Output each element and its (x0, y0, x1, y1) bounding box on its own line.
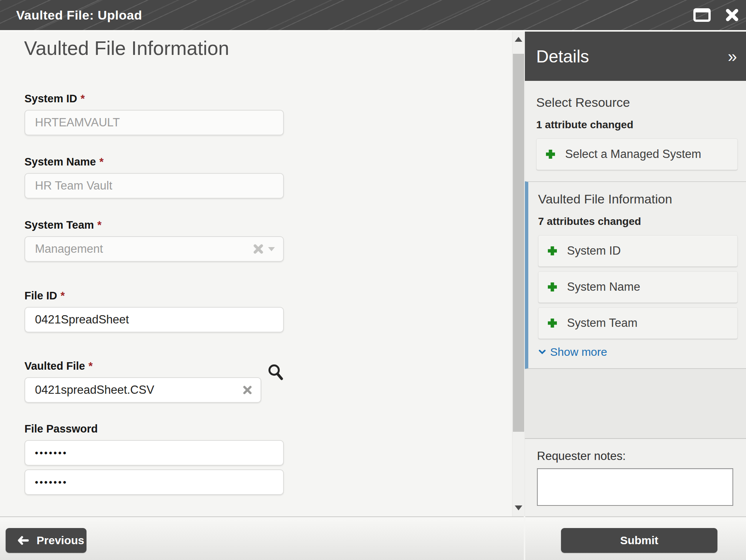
attr-card-label: System ID (567, 244, 621, 258)
plus-icon (545, 149, 556, 160)
details-header: Details » (525, 32, 746, 81)
section-title: Vaulted File Information (538, 192, 738, 206)
required-asterisk: * (99, 156, 103, 168)
clear-icon[interactable] (243, 385, 252, 395)
plus-icon (547, 317, 558, 329)
attr-card-system-name[interactable]: System Name (538, 271, 738, 303)
back-arrow-icon (18, 534, 29, 547)
scroll-down-icon[interactable] (515, 505, 522, 510)
dropdown-icon (268, 247, 275, 251)
system-id-label: System ID (24, 93, 77, 105)
collapse-panel-icon[interactable]: » (728, 48, 737, 65)
show-more-link[interactable]: Show more (538, 346, 607, 358)
section-select-resource: Select Resource 1 attribute changed Sele… (525, 81, 746, 181)
window-titlebar: Vaulted File: Upload (0, 0, 746, 30)
file-id-label: File ID (24, 290, 57, 302)
attr-card-label: Select a Managed System (565, 147, 701, 161)
chevron-down-icon (538, 349, 546, 355)
form-scrollbar[interactable] (512, 32, 525, 516)
field-file-password: File Password ••••••• ••••••• (24, 422, 284, 495)
plus-icon (547, 245, 558, 256)
requester-notes-label: Requester notes: (537, 449, 746, 463)
required-asterisk: * (80, 93, 85, 105)
details-panel: Details » Select Resource 1 attribute ch… (525, 32, 746, 516)
details-body: Select Resource 1 attribute changed Sele… (525, 81, 746, 516)
previous-button[interactable]: Previous (6, 528, 86, 553)
scroll-up-icon[interactable] (515, 37, 522, 42)
system-name-input: HR Team Vault (24, 173, 284, 199)
scrollbar-thumb[interactable] (513, 54, 524, 432)
maximize-icon[interactable] (693, 8, 711, 22)
close-icon[interactable] (725, 8, 739, 22)
system-name-label: System Name (24, 156, 96, 168)
required-asterisk: * (88, 360, 92, 372)
required-asterisk: * (61, 290, 65, 302)
file-password-input[interactable]: ••••••• (24, 440, 284, 466)
section-vaulted-file-information: Vaulted File Information 7 attributes ch… (525, 181, 746, 369)
page-title: Vaulted File Information (24, 37, 229, 59)
file-password-confirm-input[interactable]: ••••••• (24, 469, 284, 495)
plus-icon (547, 281, 558, 293)
clear-icon (253, 244, 264, 254)
field-system-id: System ID* HRTEAMVAULT (24, 92, 284, 135)
submit-button[interactable]: Submit (561, 528, 717, 553)
attr-card-select-managed-system[interactable]: Select a Managed System (536, 138, 738, 170)
window-title: Vaulted File: Upload (16, 8, 142, 23)
system-id-input: HRTEAMVAULT (24, 110, 284, 135)
vaulted-file-label: Vaulted File (24, 360, 85, 372)
requester-notes-section: Requester notes: (525, 438, 746, 516)
search-icon[interactable] (267, 363, 284, 382)
attr-card-label: System Name (567, 280, 640, 294)
system-team-label: System Team (24, 219, 94, 231)
field-system-team: System Team* Management (24, 218, 284, 262)
vaulted-file-input[interactable]: 0421spreadSheet.CSV (24, 377, 261, 403)
form-panel: Vaulted File Information System ID* HRTE… (0, 32, 512, 516)
titlebar-divider (0, 30, 746, 32)
field-vaulted-file: Vaulted File* 0421spreadSheet.CSV (24, 359, 284, 403)
file-password-label: File Password (24, 423, 98, 435)
field-file-id: File ID* 0421SpreadSheet (24, 289, 284, 332)
file-id-input[interactable]: 0421SpreadSheet (24, 307, 284, 332)
form-footer: Previous (0, 516, 524, 560)
attr-card-label: System Team (567, 316, 637, 330)
window-controls (693, 0, 739, 30)
vaulted-file-upload-window: Vaulted File: Upload Vaulted File Inform… (0, 0, 746, 560)
field-system-name: System Name* HR Team Vault (24, 155, 284, 199)
system-team-select: Management (24, 236, 284, 262)
attributes-changed-count: 1 attribute changed (536, 119, 738, 131)
requester-notes-input[interactable] (537, 468, 733, 506)
required-asterisk: * (97, 219, 102, 231)
attributes-changed-count: 7 attributes changed (538, 216, 738, 228)
details-footer: Submit (525, 516, 746, 560)
details-title: Details (536, 46, 589, 67)
section-title: Select Resource (536, 95, 738, 110)
attr-card-system-team[interactable]: System Team (538, 307, 738, 339)
attr-card-system-id[interactable]: System ID (538, 235, 738, 267)
